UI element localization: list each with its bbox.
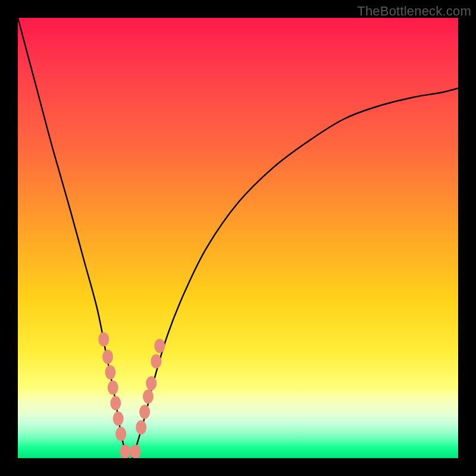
bottleneck-curve xyxy=(18,18,458,458)
curve-marker xyxy=(151,354,161,368)
curve-marker xyxy=(136,420,146,434)
curve-marker xyxy=(115,427,126,441)
curve-marker xyxy=(130,444,141,458)
curve-marker xyxy=(110,396,121,411)
curve-layer xyxy=(18,18,458,458)
curve-marker xyxy=(98,332,109,346)
curve-marker xyxy=(143,389,154,403)
chart-frame: TheBottleneck.com xyxy=(0,0,476,476)
plot-area xyxy=(18,18,458,458)
curve-marker xyxy=(120,444,131,458)
curve-marker xyxy=(105,365,115,380)
curve-marker xyxy=(146,376,156,390)
curve-marker xyxy=(108,381,118,395)
curve-marker xyxy=(139,405,150,419)
marker-group xyxy=(98,332,165,458)
curve-marker xyxy=(102,350,113,364)
curve-marker xyxy=(154,339,165,353)
curve-marker xyxy=(113,411,124,425)
watermark-text: TheBottleneck.com xyxy=(357,4,471,19)
